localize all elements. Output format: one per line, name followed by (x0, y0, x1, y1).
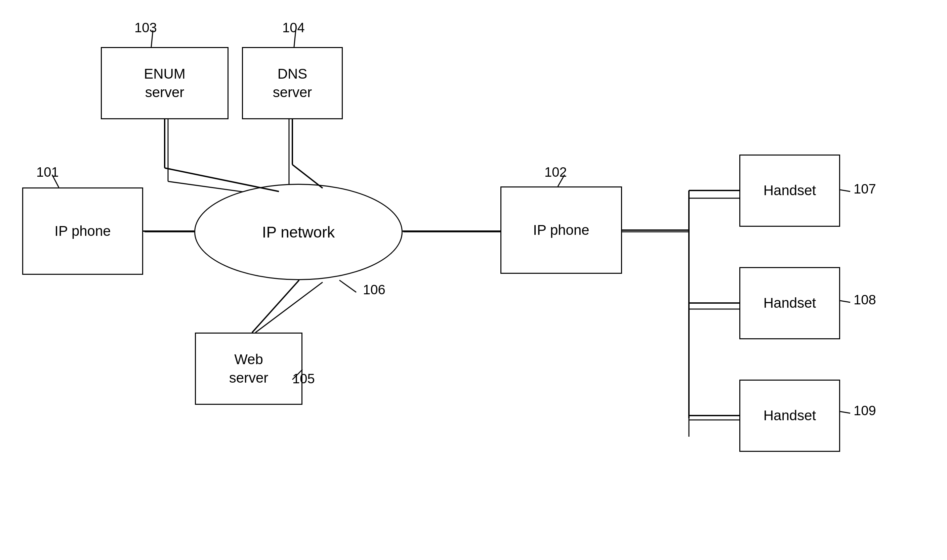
ref-106: 106 (363, 282, 385, 297)
handset-109-box: Handset (739, 380, 840, 452)
handset-109-label: Handset (764, 406, 816, 425)
svg-line-6 (256, 282, 323, 332)
handset-107-box: Handset (739, 155, 840, 227)
web-server-label: Web server (229, 351, 268, 387)
svg-line-13 (339, 280, 356, 292)
diagram: IP phone 101 IP network 106 IP phone 102… (0, 0, 947, 560)
ref-105: 105 (293, 371, 315, 386)
ref-101: 101 (36, 165, 59, 180)
ref-109: 109 (853, 403, 876, 418)
ip-network-label: IP network (262, 223, 335, 241)
svg-line-20 (840, 412, 850, 413)
ref-108: 108 (853, 292, 876, 308)
svg-line-18 (840, 190, 850, 191)
ref-107: 107 (853, 182, 876, 197)
svg-line-27 (252, 280, 299, 332)
ip-phone-101-label: IP phone (54, 222, 111, 240)
ip-phone-101-box: IP phone (22, 188, 143, 275)
handset-107-label: Handset (764, 182, 816, 200)
dns-server-label: DNS server (273, 65, 312, 102)
ip-phone-102-box: IP phone (500, 186, 622, 274)
enum-server-label: ENUM server (144, 65, 185, 102)
ip-phone-102-label: IP phone (533, 221, 589, 240)
svg-line-19 (840, 301, 850, 302)
handset-108-label: Handset (764, 294, 816, 312)
web-server-box: Web server (195, 332, 302, 405)
ref-103: 103 (134, 20, 157, 35)
handset-108-box: Handset (739, 267, 840, 339)
enum-server-box: ENUM server (101, 47, 228, 119)
dns-server-box: DNS server (242, 47, 343, 119)
ref-104: 104 (282, 20, 305, 35)
ref-102: 102 (544, 165, 567, 180)
ip-network-ellipse: IP network (194, 184, 403, 280)
